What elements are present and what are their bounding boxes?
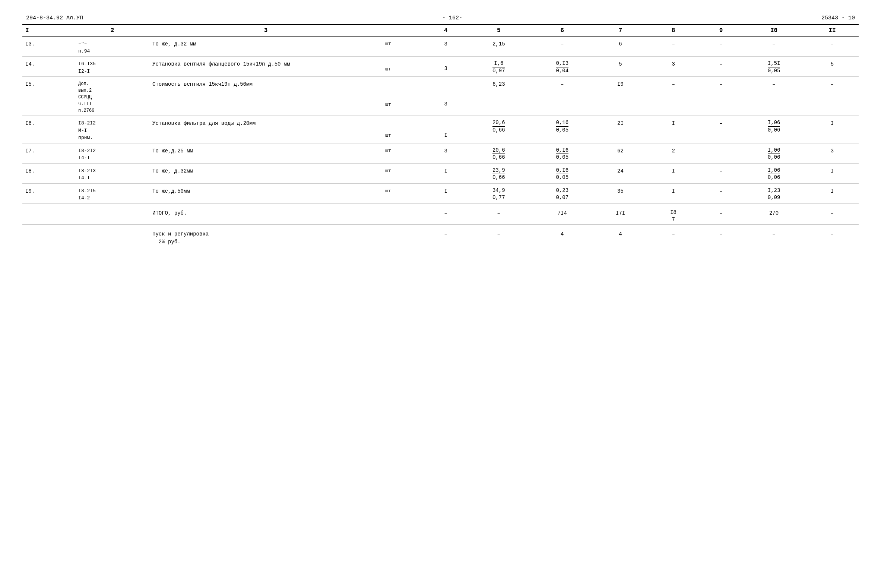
table-row: I3. –"– п.94 То же, д.32 мм шт 3 2,15 – …: [22, 36, 859, 57]
pusk-col4: –: [425, 225, 467, 248]
row-ref: I8-2I2 M-I прим.: [75, 116, 149, 144]
table-row: I6. I8-2I2 M-I прим. Установка фильтра д…: [22, 116, 859, 144]
itogo-empty1: [22, 204, 75, 225]
col-header-unit: [382, 25, 425, 36]
row-col10: I,5I 0,05: [742, 57, 805, 77]
row-col9: –: [700, 116, 742, 144]
row-col7: 35: [594, 183, 647, 204]
row-col6: 0,16 0,05: [530, 116, 594, 144]
pusk-empty2: [75, 225, 149, 248]
row-unit: шт: [382, 57, 425, 77]
col-header-10: I0: [742, 25, 805, 36]
row-col11: 5: [806, 57, 859, 77]
row-ref: I8-2I5 I4-2: [75, 183, 149, 204]
fraction-col6: 0,16 0,05: [556, 120, 568, 134]
col-header-1: I: [22, 25, 75, 36]
row-col5: I,6 0,97: [467, 57, 530, 77]
fraction-col6: 0,I6 0,05: [556, 167, 568, 181]
row-col7: 6: [594, 36, 647, 57]
col-header-8: 8: [647, 25, 700, 36]
row-col8: 2: [647, 143, 700, 163]
row-ref: –"– п.94: [75, 36, 149, 57]
row-desc: Стоимость вентиля 15кч19п д.50мм: [149, 77, 382, 116]
row-col4: 3: [425, 36, 467, 57]
row-col6: 0,I6 0,05: [530, 143, 594, 163]
fraction-col10: I,06 0,06: [768, 167, 781, 181]
fraction-col10: I,23 0,09: [768, 188, 781, 201]
row-col6: –: [530, 77, 594, 116]
fraction-col10: I,06 0,06: [768, 147, 781, 161]
row-col5: 23,9 0,66: [467, 163, 530, 183]
row-num: I5.: [22, 77, 75, 116]
header-right: 25343 - 10: [821, 15, 855, 21]
row-unit: шт: [382, 77, 425, 116]
row-col11: I: [806, 163, 859, 183]
table-row: I8. I8-2I3 I4-I То же, д.32мм шт I 23,9 …: [22, 163, 859, 183]
row-col4: 3: [425, 143, 467, 163]
fraction-col6: 0,23 0,07: [556, 188, 568, 201]
pusk-col7: 4: [594, 225, 647, 248]
row-col10: –: [742, 77, 805, 116]
itogo-col4: –: [425, 204, 467, 225]
pusk-col10: –: [742, 225, 805, 248]
fraction-col5: I,6 0,97: [493, 60, 505, 74]
row-col9: –: [700, 57, 742, 77]
row-num: I4.: [22, 57, 75, 77]
table-row: I4. I6-I35 I2-I Установка вентиля фланце…: [22, 57, 859, 77]
table-row: I5. Доп. вып.2 ССРЦЦ ч.III п.2766 Стоимо…: [22, 77, 859, 116]
row-col7: 2I: [594, 116, 647, 144]
row-unit: шт: [382, 36, 425, 57]
header-left: 294-8-34.92 Ал.УП: [26, 15, 83, 21]
row-col10: I,06 0,06: [742, 116, 805, 144]
row-num: I9.: [22, 183, 75, 204]
row-col8: I: [647, 183, 700, 204]
row-col5: 34,9 0,77: [467, 183, 530, 204]
row-col8: –: [647, 77, 700, 116]
fraction-col10: I,06 0,06: [768, 120, 781, 134]
row-col9: –: [700, 77, 742, 116]
row-col6: 0,I6 0,05: [530, 163, 594, 183]
itogo-row: ИТОГО, руб. – – 7I4 I7I I8 7 – 270 –: [22, 204, 859, 225]
itogo-col10: 270: [742, 204, 805, 225]
table-row: I7. I8-2I2 I4-I То же,д.25 мм шт 3 20,6 …: [22, 143, 859, 163]
col-header-7: 7: [594, 25, 647, 36]
pusk-unit: [382, 225, 425, 248]
row-desc: Установка вентиля фланцевого 15кч19п д.5…: [149, 57, 382, 77]
row-col9: –: [700, 36, 742, 57]
col-header-9: 9: [700, 25, 742, 36]
row-col7: 24: [594, 163, 647, 183]
row-col11: –: [806, 36, 859, 57]
row-col10: I,23 0,09: [742, 183, 805, 204]
main-table: I 2 3 4 5 6 7 8 9 I0 II I3. –"– п.94 То …: [22, 24, 859, 248]
row-col11: I: [806, 116, 859, 144]
fraction-col6: 0,I3 0,04: [556, 60, 568, 74]
row-col9: –: [700, 183, 742, 204]
row-num: I8.: [22, 163, 75, 183]
row-desc: То же, д.32мм: [149, 163, 382, 183]
row-col8: 3: [647, 57, 700, 77]
row-col11: 3: [806, 143, 859, 163]
row-ref: I6-I35 I2-I: [75, 57, 149, 77]
row-col9: –: [700, 143, 742, 163]
itogo-empty2: [75, 204, 149, 225]
fraction-itogo-col8: I8 7: [670, 209, 676, 223]
row-col7: 62: [594, 143, 647, 163]
row-num: I6.: [22, 116, 75, 144]
pusk-empty1: [22, 225, 75, 248]
itogo-col9: –: [700, 204, 742, 225]
row-col4: I: [425, 163, 467, 183]
row-col6: 0,I3 0,04: [530, 57, 594, 77]
row-desc: То же, д.32 мм: [149, 36, 382, 57]
col-header-4: 4: [425, 25, 467, 36]
row-col5: 20,6 0,66: [467, 143, 530, 163]
pusk-col8: –: [647, 225, 700, 248]
pusk-col9: –: [700, 225, 742, 248]
row-unit: шт: [382, 143, 425, 163]
row-unit: шт: [382, 116, 425, 144]
row-num: I3.: [22, 36, 75, 57]
itogo-col11: –: [806, 204, 859, 225]
row-col10: I,06 0,06: [742, 163, 805, 183]
row-col5: 2,15: [467, 36, 530, 57]
row-col7: 5: [594, 57, 647, 77]
row-desc: То же,д.25 мм: [149, 143, 382, 163]
